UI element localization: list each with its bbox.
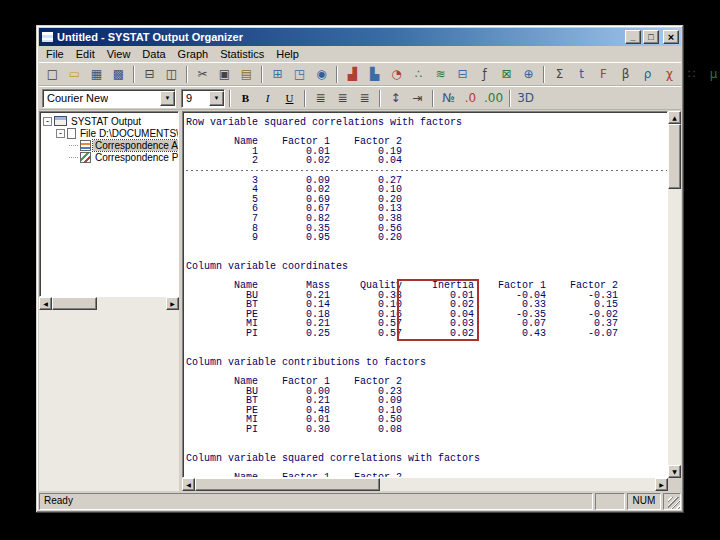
resize-grip[interactable] xyxy=(668,497,680,509)
number-format-button[interactable]: № xyxy=(438,88,459,108)
copy-button[interactable]: ▣ xyxy=(214,64,235,84)
toolbar-separator xyxy=(261,66,263,83)
workspace: -SYSTAT Output-File D:\DOCUMENTS\ANCorre… xyxy=(39,111,681,491)
scrollbar-track[interactable] xyxy=(195,478,655,491)
scroll-right-icon[interactable]: ▶ xyxy=(655,478,668,491)
italic-button[interactable]: I xyxy=(257,88,278,108)
print-preview-button[interactable]: ◫ xyxy=(161,64,182,84)
tree-item-systat-output[interactable]: -SYSTAT Output xyxy=(41,115,178,127)
tree-item-correspondence-plot[interactable]: Correspondence Plot xyxy=(41,151,178,163)
tree-item-label: File D:\DOCUMENTS\AN xyxy=(78,128,178,139)
nonparametric-icon: μ xyxy=(710,68,718,80)
number-format-icon: № xyxy=(442,92,454,104)
vertical-scrollbar[interactable]: ▲ ▼ xyxy=(668,111,681,478)
tab-stop-button[interactable]: ⇥ xyxy=(407,88,428,108)
font-size-combo[interactable]: 9 ▼ xyxy=(181,89,225,108)
scrollbar-thumb[interactable] xyxy=(195,478,380,491)
3d-effects-button[interactable]: 3D xyxy=(515,88,536,108)
line-spacing-button[interactable]: ↕ xyxy=(385,88,406,108)
scatter-plot-button[interactable]: ∴ xyxy=(408,64,429,84)
line-plot-button[interactable]: ≋ xyxy=(430,64,451,84)
minimize-button[interactable]: _ xyxy=(625,30,641,44)
menu-data[interactable]: Data xyxy=(136,47,171,61)
save-icon: ▦ xyxy=(91,68,102,80)
tree-item-correspondence-ana[interactable]: Correspondence Ana xyxy=(41,139,178,151)
scroll-left-icon[interactable]: ◀ xyxy=(39,297,52,310)
align-left-button[interactable]: ≣ xyxy=(310,88,331,108)
font-family-combo[interactable]: Courier New ▼ xyxy=(42,89,176,108)
increase-decimal-button[interactable]: .00 xyxy=(482,88,505,108)
status-message: Ready xyxy=(39,493,593,510)
increase-decimal-icon: .00 xyxy=(484,92,503,104)
cluster-button[interactable]: ∷ xyxy=(681,64,702,84)
function-plot-button[interactable]: ƒ xyxy=(474,64,495,84)
toolbar-separator xyxy=(186,66,188,83)
close-button[interactable]: × xyxy=(663,30,679,44)
toolbar-separator xyxy=(133,66,135,83)
align-center-button[interactable]: ≣ xyxy=(332,88,353,108)
scrollbar-track[interactable] xyxy=(668,124,681,465)
save-all-button[interactable]: ▩ xyxy=(108,64,129,84)
save-button[interactable]: ▦ xyxy=(86,64,107,84)
underline-button[interactable]: U xyxy=(279,88,300,108)
output-tree[interactable]: -SYSTAT Output-File D:\DOCUMENTS\ANCorre… xyxy=(39,111,179,297)
crosstab-button[interactable]: χ xyxy=(659,64,680,84)
regression-button[interactable]: β xyxy=(615,64,636,84)
scroll-up-icon[interactable]: ▲ xyxy=(668,111,681,124)
scrollbar-track[interactable] xyxy=(52,297,166,491)
content-horizontal-scrollbar[interactable]: ◀ ▶ xyxy=(182,478,668,491)
title-bar[interactable]: Untitled - SYSTAT Output Organizer _ □ × xyxy=(39,28,681,46)
tree-horizontal-scrollbar[interactable]: ◀ ▶ xyxy=(39,297,179,491)
cut-button[interactable]: ✂ xyxy=(192,64,213,84)
chevron-down-icon[interactable]: ▼ xyxy=(209,91,224,106)
3d-effects-icon: 3D xyxy=(517,92,534,104)
nonparametric-button[interactable]: μ xyxy=(703,64,720,84)
scatter-plot-icon: ∴ xyxy=(415,68,423,80)
output-tree-panel: -SYSTAT Output-File D:\DOCUMENTS\ANCorre… xyxy=(39,111,179,491)
new-output-button[interactable]: □ xyxy=(42,64,63,84)
output-pane[interactable]: Row variable squared correlations with f… xyxy=(182,111,668,478)
ttest-button[interactable]: t xyxy=(571,64,592,84)
anova-button[interactable]: F xyxy=(593,64,614,84)
collapse-icon[interactable]: - xyxy=(56,129,65,138)
histogram-button[interactable]: ▙ xyxy=(364,64,385,84)
tree-item-file-d-documents-an[interactable]: -File D:\DOCUMENTS\AN xyxy=(41,127,178,139)
data-editor-button[interactable]: ⊞ xyxy=(267,64,288,84)
histogram-icon: ▙ xyxy=(370,68,379,80)
box-plot-button[interactable]: ⊟ xyxy=(452,64,473,84)
menu-statistics[interactable]: Statistics xyxy=(214,47,270,61)
descriptive-stats-button[interactable]: Σ xyxy=(549,64,570,84)
menu-graph[interactable]: Graph xyxy=(172,47,215,61)
chevron-down-icon[interactable]: ▼ xyxy=(160,91,175,106)
scroll-right-icon[interactable]: ▶ xyxy=(166,297,179,310)
scroll-down-icon[interactable]: ▼ xyxy=(668,465,681,478)
open-button[interactable]: ▭ xyxy=(64,64,85,84)
menu-view[interactable]: View xyxy=(101,47,137,61)
tree-connector xyxy=(69,157,78,158)
bold-button[interactable]: B xyxy=(235,88,256,108)
output-window-button[interactable]: ◳ xyxy=(289,64,310,84)
maximize-button[interactable]: □ xyxy=(643,30,659,44)
commandspace-icon: ◉ xyxy=(316,68,326,80)
output-blank-line xyxy=(186,243,667,253)
menu-edit[interactable]: Edit xyxy=(70,47,101,61)
print-button[interactable]: ⊟ xyxy=(139,64,160,84)
decrease-decimal-button[interactable]: .0 xyxy=(460,88,481,108)
paste-button[interactable]: ▤ xyxy=(236,64,257,84)
map-plot-button[interactable]: ⊠ xyxy=(496,64,517,84)
menu-help[interactable]: Help xyxy=(270,47,305,61)
commandspace-button[interactable]: ◉ xyxy=(311,64,332,84)
tab-stop-icon: ⇥ xyxy=(412,92,422,104)
align-right-button[interactable]: ≣ xyxy=(354,88,375,108)
window-controls: _ □ × xyxy=(625,30,679,44)
scroll-left-icon[interactable]: ◀ xyxy=(182,478,195,491)
align-center-icon: ≣ xyxy=(337,92,347,104)
collapse-icon[interactable]: - xyxy=(43,117,52,126)
bar-chart-button[interactable]: ▟ xyxy=(342,64,363,84)
menu-file[interactable]: File xyxy=(40,47,70,61)
globe-plot-button[interactable]: ⊕ xyxy=(518,64,539,84)
scrollbar-thumb[interactable] xyxy=(668,124,681,189)
pie-chart-button[interactable]: ◔ xyxy=(386,64,407,84)
scrollbar-thumb[interactable] xyxy=(52,297,97,310)
correlation-button[interactable]: ρ xyxy=(637,64,658,84)
